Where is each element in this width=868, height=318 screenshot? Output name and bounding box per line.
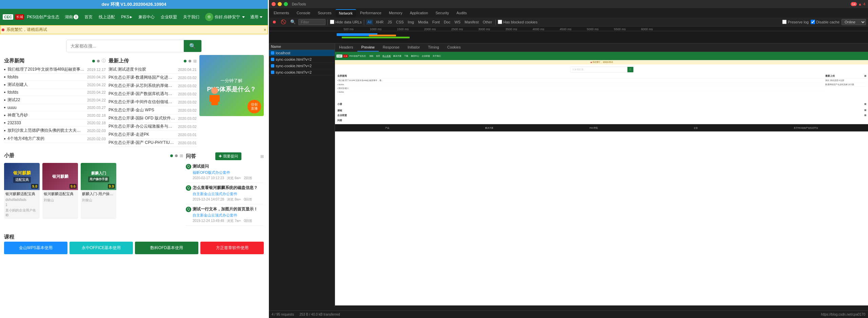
nav-user[interactable]: 你 你好,你静安宁 [205,13,245,21]
nav-link-online[interactable]: 线上适配 [96,13,118,21]
news-item-title[interactable]: 232333 [7,120,84,125]
dt-throttle-select[interactable]: Online Fast 3G Slow 3G Offline [842,19,866,25]
dt-disable-cache[interactable]: Disable cache [811,20,840,24]
uploads-expand-icon[interactable]: ⊞ [193,59,197,63]
dt-filter-font[interactable]: Font [431,19,441,25]
upload-item-title[interactable]: PK生态公开课-国产数据库机遇与挑战 [108,91,175,97]
net-item-sync3[interactable]: sync-cookie.html?v=2 [269,69,335,76]
dt-maximize-button[interactable] [284,2,288,6]
dt-has-blocked-cookies-cb[interactable] [498,20,502,24]
news-item-title[interactable]: fdsfds [7,75,84,79]
dt-filter-all[interactable]: All [366,19,373,25]
dt-filter-media[interactable]: Media [417,19,430,25]
dt-tab-sources[interactable]: Sources [314,10,335,16]
news-item-title[interactable]: uuuu [7,105,84,110]
search-input[interactable] [66,40,184,52]
dt-disable-cache-cb[interactable] [811,20,815,24]
dt-preserve-log[interactable]: Preserve log [782,20,809,24]
qa-link-3[interactable]: 自主新金山云顶式办公套件 [193,213,264,218]
news-info-icon[interactable]: ⓘ [102,58,106,64]
course-btn-shuike[interactable]: 数科OFD基本使用 [135,242,198,254]
preview-content: 业界新闻 • 我们梳理了2019年文娱市场489起融资事件，看... • fds… [335,74,868,101]
upload-item-title[interactable]: PK生态公开课-中间件在信创领域的现状及应用 [108,99,175,105]
dt-tab-audits[interactable]: Audits [453,10,470,16]
dt-hide-data-urls[interactable]: Hide data URLs [330,20,362,24]
course-card-1[interactable]: 银河麒麟 适配宝典 9.8 银河麒麟适配宝典 dsfsdfadsfads 1 直… [4,163,40,219]
dt-record-button[interactable]: ⏺ [271,19,278,25]
dt-col-name: Name [271,44,281,49]
preview-section-titles: 小册 ⊞ [335,101,868,108]
dt-filter-manifest[interactable]: Manifest [463,19,480,25]
news-item-title[interactable]: 4个地方4地方广发的 [7,136,84,142]
dt-has-blocked-cookies[interactable]: Has blocked cookies [498,20,537,24]
dt-filter-input[interactable] [298,19,326,25]
dt-filter-js[interactable]: JS [386,19,393,25]
dt-filter-css[interactable]: CSS [395,19,405,25]
upload-item-title[interactable]: PK生态公开课-数通网络国产化进程及解决方案 [108,75,175,80]
nav-link-about[interactable]: 关于我们 [180,13,202,21]
dt-clear-button[interactable]: 🚫 [279,19,288,25]
course-btn-yongzhong[interactable]: 永中OFFICE基本使用 [70,242,133,254]
dt-tab-application[interactable]: Application [407,10,432,16]
dt-filter-ws[interactable]: WS [453,19,462,25]
upload-item-title[interactable]: PK生态公开课-走进PK [108,132,175,137]
nav-misc[interactable]: 通用 [248,13,265,21]
dt-detail-tab-timing[interactable]: Timing [424,43,443,52]
nav-link-alliance[interactable]: 企业联盟 [158,13,180,21]
qa-link-1[interactable]: 福昕OFD版式办公套件 [193,170,264,175]
dt-detail-tab-initiator[interactable]: Initiator [403,43,424,52]
dt-detail-tab-preview[interactable]: Preview [357,43,379,52]
qa-link-2[interactable]: 自主新金山云顶式办公套件 [193,191,264,197]
net-item-localhost[interactable]: localhost [269,50,335,56]
upload-item-title[interactable]: PK生态公开课-从芯到系统的厚储国产化之路 [108,83,175,89]
dt-filter-xhr[interactable]: XHR [374,19,385,25]
banner-image[interactable]: 一分钟了解 PKS体系是什么？ 信创直播 [199,55,264,116]
dt-tab-memory[interactable]: Memory [386,10,406,16]
upload-item-title[interactable]: 测试 测试进度卡拉胶 [108,67,175,72]
upload-item-title[interactable]: PK生态公开课-金山 WPS [108,107,175,113]
nav-link-hunan[interactable]: 湖南 0 [62,13,81,21]
qa-q-title-1[interactable]: 测试提问 [193,164,209,169]
qa-ask-button[interactable]: ✚ 我要提问 [215,152,241,160]
nav-link-pk[interactable]: PKS▶ [118,13,135,21]
upload-item-title[interactable]: PK生态公开课-国际 OFD 版式软件的应用 [108,115,175,121]
news-item-title[interactable]: 我们梳理了2019年文娱市场489起融资事件，看... [7,67,84,72]
dt-tab-elements[interactable]: Elements [270,10,293,16]
xiaoshou-expand-icon[interactable]: ⊞ [180,153,183,158]
notice-close[interactable]: × [264,27,266,32]
dt-search-icon[interactable]: 🔍 [289,19,297,25]
dt-tab-security[interactable]: Security [432,10,452,16]
net-item-sync1[interactable]: sync-cookie.html?v=2 [269,56,335,63]
qa-q-title-3[interactable]: 测试一行文本，加图片的首页显示！ [193,206,258,212]
dt-filter-img[interactable]: Img [407,19,415,25]
net-item-sync2[interactable]: sync-cookie.html?v=2 [269,63,335,69]
qa-expand-icon[interactable]: ⊞ [260,154,264,159]
dt-tab-console[interactable]: Console [293,10,314,16]
course-card-3[interactable]: 麒麟入门 用户操作手册 9.9 麒麟入门-用户操作手... 刘俊山 [81,163,116,219]
news-item-title[interactable]: 神鹿飞丹砂 [7,112,84,118]
qa-q-title-2[interactable]: 怎么查看银河麒麟系统的磁盘信息？ [193,185,258,191]
dt-tab-performance[interactable]: Performance [357,10,385,16]
course-btn-wps[interactable]: 金山WPS基本使用 [4,242,67,254]
dt-filter-doc[interactable]: Doc [442,19,452,25]
dt-detail-tab-cookies[interactable]: Cookies [443,43,465,52]
dt-minimize-button[interactable] [278,2,282,6]
upload-item-title[interactable]: PK生态公开课-国产 CPU-PHYTIUM 介绍 [108,140,175,146]
course-card-2[interactable]: 银河麒麟 9.6 银河麒麟适配宝典 刘俊山 [42,163,78,219]
dt-hide-data-urls-cb[interactable] [330,20,334,24]
dt-detail-tab-response[interactable]: Response [379,43,404,52]
course-btn-fangzheng[interactable]: 方正签章软件使用 [200,242,264,254]
dt-preserve-log-cb[interactable] [782,20,787,24]
dt-tab-network[interactable]: Network [336,9,356,17]
nav-link-service[interactable]: 兼容中心 [136,13,157,21]
upload-item-title[interactable]: PK生态公开课-办公云端激服务与解决方案 [108,124,175,129]
news-item-title[interactable]: fdsfds [7,90,84,95]
dt-filter-other[interactable]: Other [481,19,494,25]
dt-close-button[interactable] [272,2,276,6]
nav-link-home[interactable]: 首页 [82,13,95,21]
dt-detail-tab-headers[interactable]: Headers [335,43,357,52]
search-button[interactable]: 🔍 [184,40,201,52]
news-item-title[interactable]: 测试22 [7,97,84,103]
news-item-title[interactable]: 放到沙发上范德萨佛抬头佛的犹士大夫的里 [7,128,84,133]
news-item-title[interactable]: 测试创建人 [7,82,84,88]
